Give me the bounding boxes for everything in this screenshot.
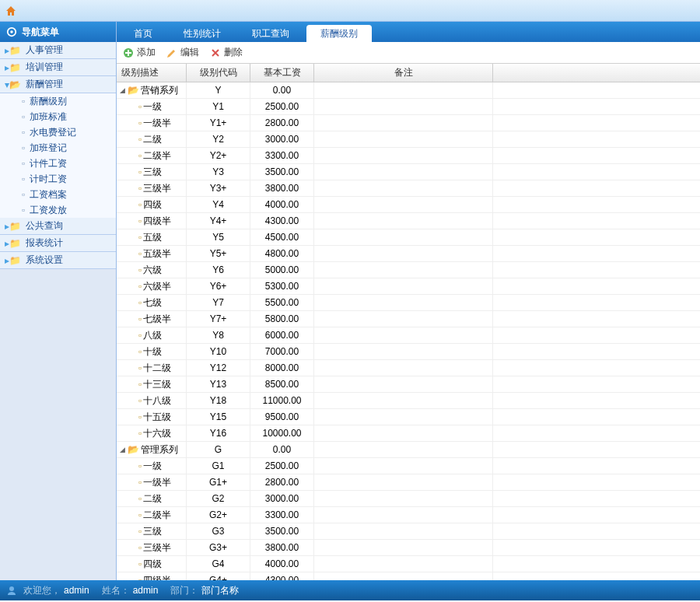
col-remark[interactable]: 备注	[314, 64, 493, 82]
table-row[interactable]: ▫一级半G1+2800.00	[117, 474, 700, 491]
nav-label: 培训管理	[26, 61, 63, 74]
add-button[interactable]: 添加	[123, 46, 156, 59]
cell-salary: 3000.00	[250, 131, 314, 147]
cell-remark	[314, 376, 493, 392]
table-row[interactable]: ▫一级Y12500.00	[117, 99, 700, 115]
cell-text: 一级半	[143, 117, 171, 130]
subnav-label: 加班登记	[30, 142, 67, 155]
tab-home[interactable]: 首页	[120, 25, 166, 42]
subnav-label: 加班标准	[30, 110, 67, 124]
dept-value: 部门名称	[201, 584, 239, 597]
table-row[interactable]: ▫四级半G4+4300.00	[117, 572, 700, 580]
cell-text: 9500.00	[265, 411, 299, 422]
tab-gender[interactable]: 性别统计	[170, 25, 235, 42]
cell-code: Y6	[187, 262, 250, 278]
table-row[interactable]: ▫一级半Y1+2800.00	[117, 115, 700, 131]
cell-salary: 9500.00	[250, 409, 314, 425]
status-bar: 欢迎您， admin 姓名： admin 部门： 部门名称	[0, 580, 700, 600]
home-icon[interactable]	[5, 5, 17, 17]
cell-code: G4	[187, 556, 250, 572]
table-row[interactable]: ▫五级Y54500.00	[117, 229, 700, 246]
table-row[interactable]: ▫一级G12500.00	[117, 458, 700, 474]
cell-text: 7000.00	[265, 346, 299, 357]
expand-icon[interactable]: ◢	[118, 446, 126, 453]
name-label: 姓名：	[102, 584, 130, 597]
subnav-item-piece[interactable]: ▫计件工资	[0, 156, 116, 171]
button-label: 删除	[224, 46, 243, 59]
table-row[interactable]: ▫四级G44000.00	[117, 556, 700, 572]
cell-text: G3	[212, 526, 224, 537]
nav-item-system[interactable]: ▸📁 系统设置	[0, 252, 116, 269]
cell-text: 三级	[143, 166, 162, 179]
table-row[interactable]: ▫十级Y107000.00	[117, 344, 700, 360]
subnav-item-level[interactable]: ▫薪酬级别	[0, 93, 116, 109]
delete-button[interactable]: 删除	[210, 46, 243, 59]
edit-button[interactable]: 编辑	[166, 46, 199, 59]
table-row[interactable]: ▫二级半G2+3300.00	[117, 507, 700, 523]
cell-salary: 4300.00	[250, 572, 314, 580]
subnav-item-hourly[interactable]: ▫计时工资	[0, 171, 116, 187]
col-desc[interactable]: 级别描述	[117, 64, 187, 82]
subnav-item-pay[interactable]: ▫工资发放	[0, 202, 116, 218]
table-row[interactable]: ▫三级G33500.00	[117, 523, 700, 540]
expand-icon[interactable]: ◢	[118, 86, 126, 94]
table-row[interactable]: ▫二级G23000.00	[117, 491, 700, 507]
table-row[interactable]: ▫十五级Y159500.00	[117, 409, 700, 425]
cell-desc: ▫十五级	[117, 409, 187, 425]
cell-text: 3000.00	[265, 134, 299, 145]
table-row[interactable]: ▫六级Y65000.00	[117, 262, 700, 278]
table-row[interactable]: ▫十三级Y138500.00	[117, 376, 700, 393]
cell-code: G2	[187, 491, 250, 506]
nav-item-report[interactable]: ▸📁 报表统计	[0, 235, 116, 252]
doc-icon: ▫	[138, 362, 142, 373]
doc-icon: ▫	[22, 158, 25, 169]
nav-label: 薪酬管理	[26, 78, 63, 91]
table-row[interactable]: ▫十二级Y128000.00	[117, 360, 700, 376]
cell-text: 二级半	[143, 509, 171, 522]
nav-item-salary[interactable]: ▾📂 薪酬管理	[0, 76, 116, 93]
col-salary[interactable]: 基本工资	[250, 64, 314, 82]
table-row[interactable]: ▫七级半Y7+5800.00	[117, 311, 700, 327]
pencil-icon	[166, 47, 177, 58]
cell-salary: 3300.00	[250, 148, 314, 163]
table-row[interactable]: ▫三级Y33500.00	[117, 164, 700, 180]
table-row[interactable]: ▫十六级Y1610000.00	[117, 425, 700, 442]
table-row[interactable]: ▫三级半G3+3800.00	[117, 540, 700, 556]
table-row[interactable]: ▫二级半Y2+3300.00	[117, 148, 700, 164]
cell-text: 10000.00	[262, 428, 301, 439]
nav-item-training[interactable]: ▸📁 培训管理	[0, 59, 116, 76]
col-code[interactable]: 级别代码	[187, 64, 250, 82]
cell-salary: 10000.00	[250, 425, 314, 441]
subnav-item-overtime-std[interactable]: ▫加班标准	[0, 109, 116, 124]
tab-salary-level[interactable]: 薪酬级别	[306, 25, 372, 42]
table-row[interactable]: ▫二级Y23000.00	[117, 131, 700, 148]
table-row[interactable]: ◢📂管理系列G0.00	[117, 442, 700, 458]
doc-icon: ▫	[22, 96, 25, 107]
table-row[interactable]: ▫四级Y44000.00	[117, 197, 700, 213]
table-row[interactable]: ▫七级Y75500.00	[117, 295, 700, 311]
doc-icon: ▫	[138, 330, 142, 341]
cell-desc: ▫十级	[117, 344, 187, 359]
nav-item-public[interactable]: ▸📁 公共查询	[0, 218, 116, 235]
subnav-item-file[interactable]: ▫工资档案	[0, 187, 116, 202]
table-row[interactable]: ▫六级半Y6+5300.00	[117, 278, 700, 295]
nav-item-hr[interactable]: ▸📁 人事管理	[0, 42, 116, 59]
cell-text: 2500.00	[265, 101, 299, 112]
cell-desc: ▫二级	[117, 131, 187, 147]
subnav-label: 计时工资	[30, 173, 67, 186]
cell-salary: 3500.00	[250, 164, 314, 180]
cell-text: 六级	[143, 264, 162, 277]
cell-salary: 0.00	[250, 442, 314, 457]
table-row[interactable]: ▫八级Y86000.00	[117, 327, 700, 344]
table-row[interactable]: ◢📂营销系列Y0.00	[117, 82, 700, 99]
subnav-item-utility[interactable]: ▫水电费登记	[0, 124, 116, 140]
subnav-item-overtime-reg[interactable]: ▫加班登记	[0, 140, 116, 156]
doc-icon: ▫	[138, 526, 142, 537]
tab-employee[interactable]: 职工查询	[238, 25, 303, 42]
cell-text: 五级半	[143, 247, 171, 261]
table-row[interactable]: ▫四级半Y4+4300.00	[117, 213, 700, 229]
table-row[interactable]: ▫五级半Y5+4800.00	[117, 246, 700, 262]
cell-text: 营销系列	[141, 84, 178, 97]
table-row[interactable]: ▫十八级Y1811000.00	[117, 393, 700, 409]
table-row[interactable]: ▫三级半Y3+3800.00	[117, 180, 700, 197]
